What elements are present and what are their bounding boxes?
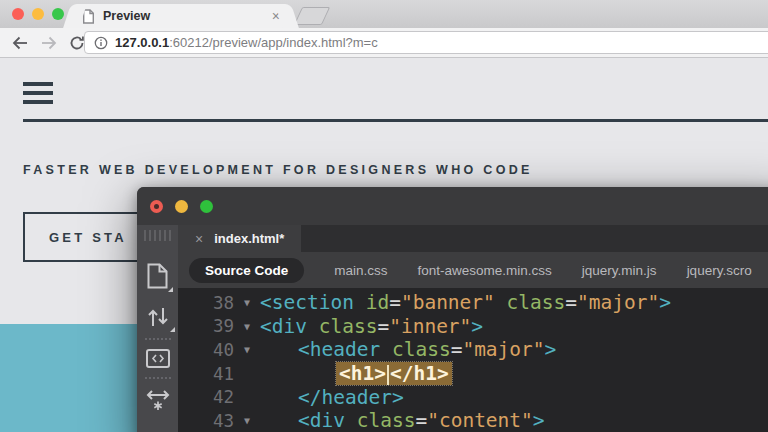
header-divider — [23, 119, 768, 122]
code-segment — [495, 291, 507, 314]
address-bar[interactable]: 127.0.0.1:60212/preview/app/index.html?m… — [84, 31, 768, 54]
file-tab-jquery-min[interactable]: jquery.min.js — [582, 263, 657, 278]
editor-sidebar — [137, 225, 178, 432]
code-line[interactable]: 38▼<section id="banner" class="major"> — [178, 291, 768, 315]
code-segment: "banner" — [401, 291, 495, 314]
code-segment: = — [415, 409, 427, 432]
zoom-window-button[interactable] — [52, 8, 64, 20]
code-segment — [380, 338, 392, 361]
editor-title-bar[interactable] — [137, 187, 768, 225]
caret-icon — [168, 287, 173, 292]
code-segment: = — [389, 291, 401, 314]
code-segment: class — [357, 409, 416, 432]
line-number: 41 — [178, 364, 234, 384]
line-number: 40 — [178, 340, 234, 360]
editor-window: × index.html* Source Code main.css font-… — [137, 187, 768, 432]
code-line[interactable]: 39▼<div class="inner"> — [178, 315, 768, 339]
code-preview-icon[interactable] — [146, 349, 170, 368]
code-text[interactable]: <div class="inner"> — [260, 315, 483, 338]
browser-toolbar: 127.0.0.1:60212/preview/app/index.html?m… — [0, 28, 768, 58]
hamburger-menu-icon[interactable] — [23, 82, 53, 109]
code-segment: id — [366, 291, 389, 314]
code-text[interactable]: </header> — [298, 386, 404, 409]
screenshot-root: Preview × 127.0.0.1:602 — [0, 0, 768, 432]
code-text[interactable]: <header class="major"> — [298, 338, 556, 361]
document-tab-index-html[interactable]: × index.html* — [178, 225, 301, 252]
page-favicon-icon — [82, 9, 95, 24]
fold-arrow-icon[interactable]: ▼ — [234, 415, 260, 426]
code-segment: <div — [298, 409, 345, 432]
editor-main: × index.html* Source Code main.css font-… — [178, 225, 768, 432]
code-segment: "content" — [427, 409, 533, 432]
url-host: 127.0.0.1 — [115, 35, 169, 50]
editor-body: × index.html* Source Code main.css font-… — [137, 225, 768, 432]
code-segment: <h1> — [339, 362, 386, 385]
page-title: FASTER WEB DEVELOPMENT FOR DESIGNERS WHO… — [23, 163, 533, 177]
code-segment: = — [565, 291, 577, 314]
editor-minimize-button[interactable] — [175, 200, 188, 213]
code-segment: <section — [260, 291, 354, 314]
file-tab-source-code[interactable]: Source Code — [189, 258, 304, 283]
fold-arrow-icon[interactable]: ▼ — [234, 321, 260, 332]
sidebar-grip-handle[interactable] — [144, 230, 172, 241]
code-segment: > — [659, 291, 671, 314]
code-line[interactable]: 42</header> — [178, 385, 768, 409]
macos-window-controls — [12, 8, 64, 20]
browser-tab-preview[interactable]: Preview × — [74, 4, 288, 28]
code-segment: class — [319, 315, 378, 338]
wrap-text-icon[interactable] — [145, 388, 171, 412]
code-segment: class — [507, 291, 566, 314]
sidebar-divider — [145, 338, 171, 340]
code-segment: "major" — [577, 291, 659, 314]
code-segment: "major" — [462, 338, 544, 361]
editor-close-button[interactable] — [150, 200, 163, 213]
tab-title: Preview — [103, 9, 150, 23]
file-tab-bar: Source Code main.css font-awesome.min.cs… — [178, 252, 768, 288]
back-icon[interactable] — [11, 35, 29, 51]
code-segment: > — [533, 409, 545, 432]
code-segment — [307, 315, 319, 338]
browser-tab-strip: Preview × — [0, 0, 768, 28]
fold-arrow-icon[interactable]: ▼ — [234, 297, 260, 308]
line-number: 39 — [178, 316, 234, 336]
document-tab-title: index.html* — [214, 231, 284, 246]
tab-close-icon[interactable]: × — [272, 9, 280, 23]
file-tab-font-awesome[interactable]: font-awesome.min.css — [418, 263, 552, 278]
code-line[interactable]: 41<h1></h1> — [178, 362, 768, 386]
code-line[interactable]: 40▼<header class="major"> — [178, 338, 768, 362]
code-segment: "inner" — [389, 315, 471, 338]
caret-icon — [170, 327, 175, 332]
close-window-button[interactable] — [12, 8, 24, 20]
line-number: 43 — [178, 411, 234, 431]
code-line[interactable]: 43▼<div class="content"> — [178, 409, 768, 432]
line-number: 38 — [178, 293, 234, 313]
code-segment: </h1> — [390, 362, 449, 385]
forward-icon[interactable] — [40, 35, 58, 51]
text-cursor — [387, 365, 389, 385]
url-path: :60212/preview/app/index.html?m=c — [169, 35, 377, 50]
fold-arrow-icon[interactable]: ▼ — [234, 344, 260, 355]
file-tab-main-css[interactable]: main.css — [334, 263, 387, 278]
code-segment: class — [392, 338, 451, 361]
code-segment: > — [471, 315, 483, 338]
line-number: 42 — [178, 387, 234, 407]
selected-code-text[interactable]: <h1></h1> — [336, 362, 452, 385]
code-segment — [354, 291, 366, 314]
code-segment: = — [451, 338, 463, 361]
sidebar-divider — [145, 377, 171, 379]
code-text[interactable]: <div class="content"> — [298, 409, 545, 432]
code-segment: </header> — [298, 386, 404, 409]
new-tab-button[interactable] — [294, 7, 330, 25]
tab-close-icon[interactable]: × — [195, 232, 203, 246]
page-info-icon[interactable] — [94, 36, 108, 50]
reload-icon[interactable] — [69, 35, 85, 51]
new-document-icon[interactable] — [147, 263, 168, 289]
code-segment: = — [377, 315, 389, 338]
sort-updown-icon[interactable] — [146, 305, 170, 329]
code-editor-area[interactable]: 38▼<section id="banner" class="major">39… — [178, 288, 768, 432]
code-text[interactable]: <section id="banner" class="major"> — [260, 291, 671, 314]
minimize-window-button[interactable] — [32, 8, 44, 20]
file-tab-jquery-scrolly[interactable]: jquery.scro — [687, 263, 752, 278]
editor-zoom-button[interactable] — [200, 200, 213, 213]
code-segment — [345, 409, 357, 432]
